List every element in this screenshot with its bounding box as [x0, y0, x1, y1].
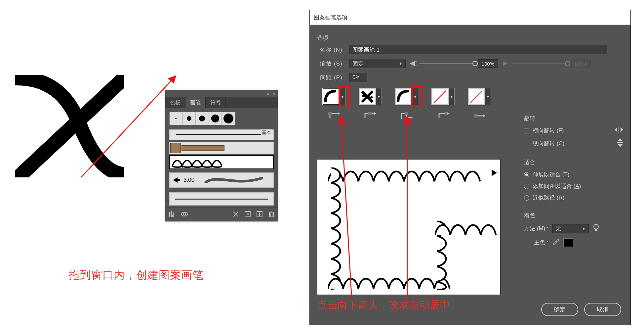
- wave-preview: [198, 175, 270, 185]
- caption-drag: 拖到窗口内，创建图案画笔: [69, 268, 204, 283]
- caption-arrow: 点击向下箭头，改成自动居中: [317, 298, 450, 312]
- tile-start-hint-icon: [436, 111, 450, 120]
- checkbox-icon: [524, 141, 529, 146]
- preset-dot-4[interactable]: [209, 112, 222, 125]
- name-input[interactable]: [349, 45, 607, 54]
- preset-dot-3[interactable]: [196, 112, 209, 125]
- coloring-heading: 着色: [524, 212, 623, 219]
- tile-end[interactable]: [468, 88, 485, 105]
- panel-close-icon[interactable]: ×: [272, 91, 275, 96]
- flip-vertical[interactable]: 纵向翻转 (C): [524, 138, 623, 149]
- scale-mode-dropdown[interactable]: 固定▼: [349, 59, 406, 68]
- coloring-section: 着色 方法 (M) : 无▼ 主色 :: [524, 212, 623, 247]
- options-heading: 选项: [317, 34, 623, 42]
- tile-inner-corner[interactable]: [395, 88, 412, 105]
- tile-outer-corner[interactable]: [322, 88, 340, 105]
- library-icon[interactable]: [169, 211, 175, 218]
- flip-section: 翻转 横向翻转 (F) 纵向翻转 (C): [524, 115, 623, 149]
- tab-symbols[interactable]: 符号: [206, 97, 226, 108]
- scale-pct-a[interactable]: 100%: [478, 59, 498, 68]
- brush-scrawl-row[interactable]: [169, 192, 274, 206]
- brush-options-icon[interactable]: ≡: [245, 211, 251, 218]
- preset-dot-5[interactable]: [222, 112, 235, 125]
- spacing-input[interactable]: [349, 73, 367, 82]
- svg-rect-20: [368, 112, 372, 115]
- preset-dot-1[interactable]: [170, 112, 183, 125]
- radio-icon: [524, 195, 529, 201]
- svg-rect-4: [172, 212, 175, 217]
- coloring-method: 方法 (M) : 无▼: [524, 224, 623, 233]
- name-label: 名称 (N) :: [317, 46, 346, 54]
- new-brush-icon[interactable]: [257, 211, 262, 218]
- radio-icon: [524, 172, 529, 177]
- preset-dot-2[interactable]: [183, 112, 196, 125]
- tile-start-dropdown[interactable]: ▼: [449, 88, 455, 105]
- remove-stroke-icon[interactable]: [233, 211, 239, 218]
- svg-text:≡: ≡: [246, 212, 249, 217]
- fit-stretch[interactable]: 伸展以适合 (T): [524, 171, 623, 178]
- scale-slider-b: 100%: [503, 59, 591, 68]
- fit-section: 适合 伸展以适合 (T) 添加间距以适合 (A) 近似路径 (R): [524, 159, 623, 202]
- trash-icon[interactable]: [268, 211, 274, 218]
- brush-art-row[interactable]: 3.00: [169, 172, 274, 188]
- pattern-brush-options-dialog: 图案画笔选项 选项 名称 (N) : 缩放 (S) : 固定▼ 100%: [309, 10, 631, 325]
- tile-start[interactable]: [431, 88, 449, 105]
- brush-rope-row[interactable]: [169, 155, 274, 169]
- svg-rect-19: [328, 112, 332, 115]
- scale-pct-b: 100%: [570, 59, 591, 68]
- flip-v-icon: [617, 138, 623, 149]
- flip-horizontal[interactable]: 横向翻转 (F): [524, 127, 623, 134]
- ok-button[interactable]: 确定: [541, 303, 578, 316]
- fit-approximate[interactable]: 近似路径 (R): [524, 194, 623, 202]
- tile-end-dropdown[interactable]: ▼: [485, 88, 491, 105]
- cancel-button[interactable]: 取消: [584, 303, 621, 316]
- svg-rect-31: [595, 229, 597, 231]
- brush-basic-row[interactable]: 基本: [169, 129, 274, 140]
- svg-point-30: [594, 224, 598, 229]
- coloring-method-dropdown[interactable]: 无▼: [552, 224, 589, 233]
- svg-rect-21: [405, 112, 408, 115]
- cc-libraries-icon[interactable]: [181, 211, 188, 218]
- row-scale: 缩放 (S) : 固定▼ 100% 100%: [317, 59, 623, 68]
- tile-outer-corner-hint-icon: [327, 111, 341, 120]
- tile-side-dropdown[interactable]: ▼: [376, 88, 382, 105]
- key-color-swatch[interactable]: [563, 238, 573, 247]
- preview-side-arrow-icon: [492, 169, 497, 177]
- row-spacing: 间距 (P) :: [317, 73, 623, 82]
- svg-rect-1: [178, 179, 180, 181]
- svg-rect-14: [269, 212, 273, 217]
- tab-swatches[interactable]: 色板: [165, 97, 185, 108]
- panel-collapse-icon[interactable]: «: [267, 91, 269, 96]
- round-presets: [169, 112, 235, 125]
- tile-side[interactable]: [359, 88, 376, 105]
- scale-slider-a[interactable]: 100%: [410, 59, 498, 68]
- brush-border-row[interactable]: [169, 142, 274, 154]
- dialog-title: 图案画笔选项: [310, 10, 630, 25]
- fit-heading: 适合: [524, 159, 623, 166]
- art-brush-size: 3.00: [183, 177, 194, 183]
- canvas-rope-shape: [15, 75, 124, 177]
- key-color: 主色 :: [524, 238, 623, 247]
- tile-inner-corner-dropdown[interactable]: ▼: [412, 88, 418, 105]
- flip-h-icon: [615, 127, 623, 134]
- tab-brushes[interactable]: 画笔: [185, 97, 206, 108]
- eyedropper-icon[interactable]: [552, 238, 559, 247]
- tile-outer-corner-dropdown[interactable]: ▼: [340, 88, 345, 105]
- brush-list: 基本 3.00: [165, 108, 278, 208]
- panel-footer: ≡: [165, 208, 278, 221]
- brush-tip-icon: [173, 177, 180, 183]
- svg-line-22: [434, 91, 446, 103]
- tile-inner-corner-hint-icon: [399, 111, 414, 120]
- flip-heading: 翻转: [524, 115, 623, 122]
- svg-rect-25: [474, 114, 477, 118]
- panel-tabs: 色板 画笔 符号: [165, 97, 278, 108]
- tile-side-hint-icon: [363, 111, 378, 120]
- brush-preview: [317, 159, 501, 295]
- fit-addspace[interactable]: 添加间距以适合 (A): [524, 182, 623, 190]
- tip-bulb-icon[interactable]: [593, 224, 599, 233]
- svg-rect-2: [169, 212, 170, 217]
- spacing-label: 间距 (P) :: [317, 74, 346, 81]
- brushes-panel: « × 色板 画笔 符号 基本: [165, 90, 278, 221]
- svg-line-24: [470, 91, 482, 103]
- tile-end-hint-icon: [472, 111, 487, 120]
